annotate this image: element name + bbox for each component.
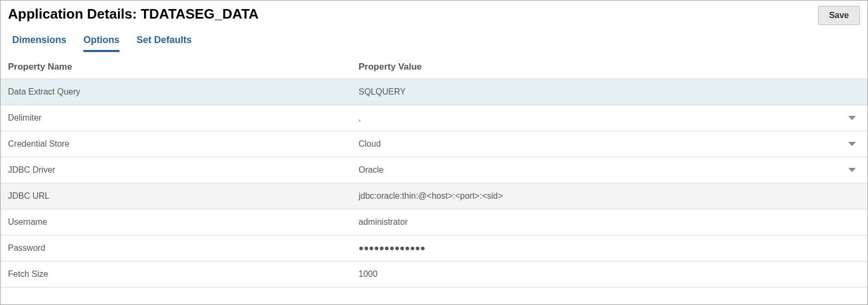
property-name: JDBC Driver bbox=[8, 165, 359, 175]
page-title: Application Details: TDATASEG_DATA bbox=[8, 6, 259, 22]
tabs: Dimensions Options Set Defaults bbox=[1, 25, 867, 52]
property-name: Fetch Size bbox=[8, 269, 359, 279]
property-name: Delimiter bbox=[8, 113, 359, 123]
tab-options[interactable]: Options bbox=[83, 35, 120, 52]
property-value[interactable]: ●●●●●●●●●●●●● bbox=[359, 243, 860, 253]
table-row[interactable]: Data Extract QuerySQLQUERY bbox=[1, 79, 867, 105]
property-name: Data Extract Query bbox=[8, 87, 359, 97]
property-name: Username bbox=[8, 217, 359, 227]
property-value[interactable]: 1000 bbox=[359, 269, 860, 279]
property-value[interactable]: Oracle bbox=[359, 165, 860, 175]
property-value[interactable]: , bbox=[359, 113, 860, 123]
property-name: JDBC URL bbox=[8, 191, 359, 201]
table-row[interactable]: Password●●●●●●●●●●●●● bbox=[1, 235, 867, 261]
save-button[interactable]: Save bbox=[818, 6, 860, 25]
property-name: Password bbox=[8, 243, 359, 253]
property-value[interactable]: SQLQUERY bbox=[359, 87, 860, 97]
table-row[interactable]: Usernameadministrator bbox=[1, 209, 867, 235]
chevron-down-icon[interactable] bbox=[848, 142, 856, 146]
tab-set-defaults[interactable]: Set Defaults bbox=[137, 35, 192, 52]
table-row[interactable]: JDBC DriverOracle bbox=[1, 157, 867, 183]
table-header: Property Name Property Value bbox=[1, 52, 867, 79]
tab-dimensions[interactable]: Dimensions bbox=[12, 35, 66, 52]
table-row[interactable]: Credential StoreCloud bbox=[1, 131, 867, 157]
table-row[interactable]: Delimiter, bbox=[1, 105, 867, 131]
property-name: Credential Store bbox=[8, 139, 359, 149]
property-value[interactable]: Cloud bbox=[359, 139, 860, 149]
property-value[interactable]: jdbc:oracle:thin:@<host>:<port>:<sid> bbox=[359, 191, 860, 201]
column-header-name: Property Name bbox=[8, 62, 359, 72]
chevron-down-icon[interactable] bbox=[848, 168, 856, 172]
table-row[interactable]: JDBC URLjdbc:oracle:thin:@<host>:<port>:… bbox=[1, 183, 867, 209]
chevron-down-icon[interactable] bbox=[848, 116, 856, 120]
table-row[interactable]: Fetch Size1000 bbox=[1, 261, 867, 287]
property-value[interactable]: administrator bbox=[359, 217, 860, 227]
column-header-value: Property Value bbox=[359, 62, 860, 72]
